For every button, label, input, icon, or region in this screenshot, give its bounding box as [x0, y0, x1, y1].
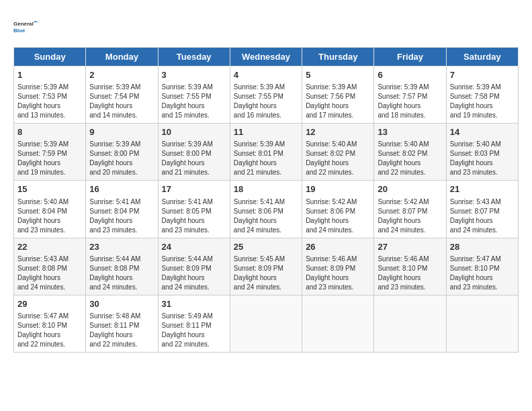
- calendar-week-3: 15 Sunrise: 5:40 AM Sunset: 8:04 PM Dayl…: [14, 181, 519, 238]
- calendar-cell: 14 Sunrise: 5:40 AM Sunset: 8:03 PM Dayl…: [446, 124, 518, 181]
- sunset-text: Sunset: 7:54 PM: [89, 93, 139, 100]
- cell-content: 15 Sunrise: 5:40 AM Sunset: 8:04 PM Dayl…: [17, 183, 82, 234]
- calendar-cell: 16 Sunrise: 5:41 AM Sunset: 8:04 PM Dayl…: [86, 181, 158, 238]
- calendar-cell: 25 Sunrise: 5:45 AM Sunset: 8:09 PM Dayl…: [230, 238, 302, 295]
- daylight-label: Daylight hours: [378, 159, 420, 167]
- col-saturday: Saturday: [446, 48, 518, 66]
- sunrise-text: Sunrise: 5:48 AM: [89, 312, 140, 320]
- daylight-duration: and 23 minutes.: [306, 283, 353, 291]
- calendar-week-5: 29 Sunrise: 5:47 AM Sunset: 8:10 PM Dayl…: [14, 295, 519, 352]
- cell-content: 12 Sunrise: 5:40 AM Sunset: 8:02 PM Dayl…: [306, 126, 370, 177]
- day-number: 3: [162, 69, 226, 81]
- daylight-duration: and 22 minutes.: [306, 169, 353, 176]
- sunset-text: Sunset: 8:09 PM: [306, 265, 355, 272]
- cell-content: 5 Sunrise: 5:39 AM Sunset: 7:56 PM Dayli…: [306, 69, 370, 120]
- calendar-cell: 28 Sunrise: 5:47 AM Sunset: 8:10 PM Dayl…: [446, 238, 518, 295]
- daylight-label: Daylight hours: [378, 217, 420, 224]
- sunset-text: Sunset: 8:06 PM: [306, 208, 355, 215]
- calendar-week-2: 8 Sunrise: 5:39 AM Sunset: 7:59 PM Dayli…: [14, 124, 519, 181]
- daylight-duration: and 24 minutes.: [306, 226, 353, 234]
- day-number: 7: [450, 69, 515, 81]
- col-friday: Friday: [374, 48, 446, 66]
- calendar-cell: 2 Sunrise: 5:39 AM Sunset: 7:54 PM Dayli…: [86, 66, 158, 124]
- cell-content: 17 Sunrise: 5:41 AM Sunset: 8:05 PM Dayl…: [162, 183, 226, 234]
- sunset-text: Sunset: 8:09 PM: [234, 265, 283, 272]
- daylight-label: Daylight hours: [17, 217, 60, 224]
- calendar-cell: 30 Sunrise: 5:48 AM Sunset: 8:11 PM Dayl…: [86, 295, 158, 352]
- cell-content: 26 Sunrise: 5:46 AM Sunset: 8:09 PM Dayl…: [306, 241, 370, 292]
- daylight-label: Daylight hours: [306, 274, 349, 281]
- daylight-duration: and 14 minutes.: [89, 111, 137, 119]
- daylight-label: Daylight hours: [234, 159, 277, 167]
- daylight-label: Daylight hours: [17, 274, 60, 281]
- day-number: 20: [378, 183, 442, 195]
- sunset-text: Sunset: 7:57 PM: [378, 93, 427, 100]
- sunset-text: Sunset: 8:08 PM: [89, 265, 139, 272]
- sunset-text: Sunset: 7:56 PM: [306, 93, 355, 100]
- sunset-text: Sunset: 8:04 PM: [89, 208, 139, 215]
- sunrise-text: Sunrise: 5:45 AM: [234, 255, 285, 263]
- daylight-label: Daylight hours: [450, 102, 493, 109]
- sunrise-text: Sunrise: 5:39 AM: [17, 140, 69, 148]
- day-number: 16: [89, 183, 154, 195]
- cell-content: 4 Sunrise: 5:39 AM Sunset: 7:55 PM Dayli…: [234, 69, 298, 120]
- day-number: 30: [89, 298, 154, 310]
- sunrise-text: Sunrise: 5:39 AM: [89, 140, 140, 148]
- cell-content: 8 Sunrise: 5:39 AM Sunset: 7:59 PM Dayli…: [17, 126, 82, 177]
- sunrise-text: Sunrise: 5:46 AM: [306, 255, 357, 263]
- cell-content: 13 Sunrise: 5:40 AM Sunset: 8:02 PM Dayl…: [378, 126, 442, 177]
- daylight-label: Daylight hours: [89, 217, 132, 224]
- calendar-cell: 7 Sunrise: 5:39 AM Sunset: 7:58 PM Dayli…: [446, 66, 518, 124]
- daylight-label: Daylight hours: [162, 274, 205, 281]
- cell-content: 16 Sunrise: 5:41 AM Sunset: 8:04 PM Dayl…: [89, 183, 154, 234]
- cell-content: 9 Sunrise: 5:39 AM Sunset: 8:00 PM Dayli…: [89, 126, 154, 177]
- daylight-duration: and 24 minutes.: [162, 283, 210, 291]
- cell-content: 28 Sunrise: 5:47 AM Sunset: 8:10 PM Dayl…: [450, 241, 515, 292]
- daylight-duration: and 24 minutes.: [378, 226, 425, 234]
- calendar-cell: 18 Sunrise: 5:41 AM Sunset: 8:06 PM Dayl…: [230, 181, 302, 238]
- daylight-duration: and 23 minutes.: [450, 169, 498, 176]
- sunset-text: Sunset: 8:05 PM: [162, 208, 212, 215]
- sunrise-text: Sunrise: 5:40 AM: [306, 140, 357, 148]
- cell-content: 3 Sunrise: 5:39 AM Sunset: 7:55 PM Dayli…: [162, 69, 226, 120]
- col-monday: Monday: [86, 48, 158, 66]
- day-number: 10: [162, 126, 226, 138]
- sunset-text: Sunset: 7:55 PM: [234, 93, 283, 100]
- calendar-cell: 15 Sunrise: 5:40 AM Sunset: 8:04 PM Dayl…: [14, 181, 86, 238]
- logo-bird-icon: General Blue: [13, 13, 40, 40]
- logo: General Blue: [13, 13, 43, 40]
- col-tuesday: Tuesday: [158, 48, 230, 66]
- daylight-label: Daylight hours: [234, 274, 277, 281]
- day-number: 21: [450, 183, 515, 195]
- daylight-duration: and 13 minutes.: [17, 111, 65, 119]
- sunset-text: Sunset: 8:07 PM: [450, 208, 500, 215]
- sunrise-text: Sunrise: 5:40 AM: [17, 198, 69, 205]
- calendar-cell: 6 Sunrise: 5:39 AM Sunset: 7:57 PM Dayli…: [374, 66, 446, 124]
- sunset-text: Sunset: 8:08 PM: [17, 265, 67, 272]
- day-number: 22: [17, 241, 82, 253]
- col-sunday: Sunday: [14, 48, 86, 66]
- calendar-cell: 9 Sunrise: 5:39 AM Sunset: 8:00 PM Dayli…: [86, 124, 158, 181]
- cell-content: 14 Sunrise: 5:40 AM Sunset: 8:03 PM Dayl…: [450, 126, 515, 177]
- sunrise-text: Sunrise: 5:43 AM: [450, 198, 501, 205]
- daylight-label: Daylight hours: [306, 217, 349, 224]
- day-number: 2: [89, 69, 154, 81]
- day-number: 27: [378, 241, 442, 253]
- calendar-cell: [230, 295, 302, 352]
- sunrise-text: Sunrise: 5:41 AM: [234, 198, 285, 205]
- daylight-duration: and 24 minutes.: [89, 283, 137, 291]
- sunrise-text: Sunrise: 5:41 AM: [89, 198, 140, 205]
- calendar-cell: 11 Sunrise: 5:39 AM Sunset: 8:01 PM Dayl…: [230, 124, 302, 181]
- calendar-cell: [302, 295, 374, 352]
- daylight-label: Daylight hours: [450, 217, 493, 224]
- day-number: 6: [378, 69, 442, 81]
- sunrise-text: Sunrise: 5:39 AM: [378, 83, 429, 91]
- daylight-label: Daylight hours: [162, 331, 205, 338]
- calendar-cell: 20 Sunrise: 5:42 AM Sunset: 8:07 PM Dayl…: [374, 181, 446, 238]
- sunset-text: Sunset: 8:04 PM: [17, 208, 67, 215]
- cell-content: 6 Sunrise: 5:39 AM Sunset: 7:57 PM Dayli…: [378, 69, 442, 120]
- daylight-duration: and 22 minutes.: [89, 340, 137, 348]
- daylight-duration: and 23 minutes.: [162, 226, 210, 234]
- sunset-text: Sunset: 8:06 PM: [234, 208, 283, 215]
- sunset-text: Sunset: 8:10 PM: [17, 322, 67, 329]
